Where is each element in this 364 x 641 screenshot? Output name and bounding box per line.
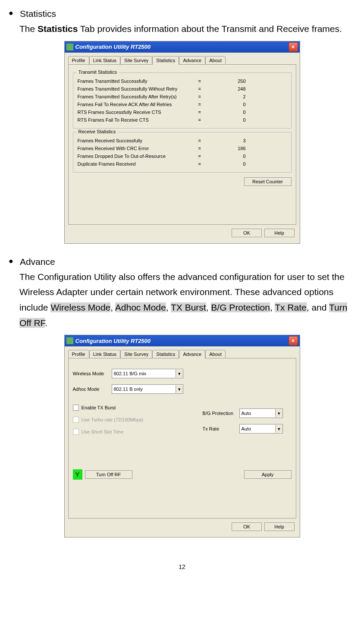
stat-row: RTS Frames Fail To Receive CTS=0 bbox=[78, 116, 287, 124]
tab-advance[interactable]: Advance bbox=[179, 350, 205, 358]
stat-row: RTS Frames Successfully Receive CTS=0 bbox=[78, 108, 287, 116]
titlebar: Configuration Utility RT2500 × bbox=[65, 335, 300, 346]
tab-profile[interactable]: Profile bbox=[68, 56, 89, 65]
page-number: 12 bbox=[9, 563, 355, 570]
receive-statistics-group: Receive Statistics Frames Received Succe… bbox=[73, 132, 292, 173]
stat-row: Duplicate Frames Received=0 bbox=[78, 160, 287, 168]
stat-label: Frames Fail To Receive ACK After All Ret… bbox=[78, 102, 198, 107]
stat-label: Frames Received With CRC Error bbox=[78, 146, 198, 151]
app-icon bbox=[66, 337, 73, 344]
stat-value: 0 bbox=[216, 161, 246, 167]
tab-advance[interactable]: Advance bbox=[179, 56, 205, 65]
stat-value: 0 bbox=[216, 102, 246, 107]
tab-site-survey[interactable]: Site Survey bbox=[120, 350, 152, 358]
stat-value: 248 bbox=[216, 86, 246, 91]
stat-row: Frames Transmitted Successfully=250 bbox=[78, 77, 287, 85]
ok-button[interactable]: OK bbox=[232, 522, 262, 531]
wireless-mode-dropdown[interactable]: 802.11 B/G mix ▾ bbox=[112, 369, 183, 378]
stat-equals: = bbox=[198, 138, 216, 143]
stat-equals: = bbox=[198, 86, 216, 91]
reset-counter-button[interactable]: Reset Counter bbox=[244, 177, 292, 186]
window-title: Configuration Utility RT2500 bbox=[75, 338, 289, 344]
section-title-statistics: Statistics bbox=[20, 9, 56, 19]
stat-value: 0 bbox=[216, 117, 246, 123]
close-icon[interactable]: × bbox=[289, 42, 298, 52]
turn-off-rf-button[interactable]: Turn Off RF bbox=[85, 470, 132, 479]
stat-row: Frames Fail To Receive ACK After All Ret… bbox=[78, 101, 287, 108]
stat-value: 2 bbox=[216, 94, 246, 99]
adhoc-mode-label: Adhoc Mode bbox=[73, 386, 112, 392]
chevron-down-icon: ▾ bbox=[275, 409, 282, 417]
stat-label: RTS Frames Fail To Receive CTS bbox=[78, 117, 198, 123]
stat-equals: = bbox=[198, 110, 216, 115]
advance-description: The Configuration Utility also offers th… bbox=[19, 269, 355, 331]
tx-rate-dropdown[interactable]: Auto ▾ bbox=[239, 424, 283, 434]
stat-row: Frames Received Successfully=3 bbox=[78, 137, 287, 145]
ok-button[interactable]: OK bbox=[232, 229, 262, 237]
tx-rate-label: Tx Rate bbox=[203, 426, 239, 431]
chevron-down-icon: ▾ bbox=[275, 425, 282, 433]
receive-title: Receive Statistics bbox=[77, 129, 118, 134]
stat-row: Frames Dropped Due To Out-of-Resource=0 bbox=[78, 152, 287, 160]
help-button[interactable]: Help bbox=[264, 522, 295, 531]
bullet: ● bbox=[9, 9, 13, 19]
bullet: ● bbox=[9, 257, 13, 267]
tab-link-status[interactable]: Link Status bbox=[89, 350, 120, 358]
statistics-window: Configuration Utility RT2500 × Profile L… bbox=[64, 41, 300, 244]
stat-equals: = bbox=[198, 146, 216, 151]
stat-value: 250 bbox=[216, 79, 246, 84]
tab-about[interactable]: About bbox=[205, 56, 226, 65]
apply-button[interactable]: Apply bbox=[244, 470, 292, 479]
window-title: Configuration Utility RT2500 bbox=[75, 44, 289, 50]
stat-label: Duplicate Frames Received bbox=[78, 161, 198, 167]
adhoc-mode-dropdown[interactable]: 802.11 B only ▾ bbox=[112, 384, 183, 394]
stat-label: RTS Frames Successfully Receive CTS bbox=[78, 110, 198, 115]
stat-row: Frames Transmitted Successfully Without … bbox=[78, 85, 287, 93]
bg-protection-dropdown[interactable]: Auto ▾ bbox=[239, 408, 283, 418]
chevron-down-icon: ▾ bbox=[176, 370, 183, 377]
stat-value: 0 bbox=[216, 154, 246, 159]
stat-equals: = bbox=[198, 102, 216, 107]
stat-row: Frames Transmitted Successfully After Re… bbox=[78, 93, 287, 101]
rf-status-icon: Y bbox=[73, 469, 82, 480]
stat-row: Frames Received With CRC Error=186 bbox=[78, 145, 287, 152]
stat-value: 3 bbox=[216, 138, 246, 143]
close-icon[interactable]: × bbox=[289, 336, 298, 346]
stat-equals: = bbox=[198, 154, 216, 159]
tab-profile[interactable]: Profile bbox=[68, 350, 89, 358]
stat-equals: = bbox=[198, 79, 216, 84]
tabs: Profile Link Status Site Survey Statisti… bbox=[68, 56, 296, 65]
stat-label: Frames Transmitted Successfully After Re… bbox=[78, 94, 198, 99]
stat-label: Frames Transmitted Successfully Without … bbox=[78, 86, 198, 91]
tab-statistics[interactable]: Statistics bbox=[152, 56, 179, 65]
section-title-advance: Advance bbox=[20, 257, 55, 267]
stat-equals: = bbox=[198, 161, 216, 167]
stat-label: Frames Transmitted Successfully bbox=[78, 79, 198, 84]
bg-protection-label: B/G Protection bbox=[203, 411, 239, 416]
app-icon bbox=[66, 44, 73, 50]
help-button[interactable]: Help bbox=[264, 229, 295, 237]
stat-equals: = bbox=[198, 117, 216, 123]
advance-window: Configuration Utility RT2500 × Profile L… bbox=[64, 335, 300, 537]
stat-label: Frames Received Successfully bbox=[78, 138, 198, 143]
stat-equals: = bbox=[198, 94, 216, 99]
statistics-description: The Statistics Tab provides information … bbox=[19, 21, 355, 37]
tab-about[interactable]: About bbox=[205, 350, 226, 358]
stat-value: 186 bbox=[216, 146, 246, 151]
wireless-mode-label: Wireless Mode bbox=[73, 371, 112, 376]
transmit-statistics-group: Transmit Statistics Frames Transmitted S… bbox=[73, 72, 292, 129]
tab-statistics[interactable]: Statistics bbox=[152, 350, 179, 358]
stat-value: 0 bbox=[216, 110, 246, 115]
tab-site-survey[interactable]: Site Survey bbox=[120, 56, 152, 65]
chevron-down-icon: ▾ bbox=[176, 385, 183, 393]
stat-label: Frames Dropped Due To Out-of-Resource bbox=[78, 154, 198, 159]
tab-link-status[interactable]: Link Status bbox=[89, 56, 120, 65]
titlebar: Configuration Utility RT2500 × bbox=[65, 41, 300, 53]
tabs: Profile Link Status Site Survey Statisti… bbox=[68, 350, 296, 358]
transmit-title: Transmit Statistics bbox=[77, 69, 119, 75]
